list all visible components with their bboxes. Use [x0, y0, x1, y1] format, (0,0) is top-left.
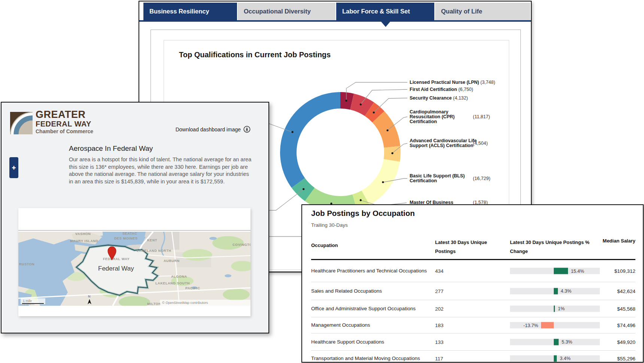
- tab-label: Occupational Diversity: [244, 8, 311, 15]
- map-label-maury-island: MAURY ISLAND: [70, 239, 98, 243]
- job-postings-title: Job Postings by Occupation: [311, 209, 415, 218]
- cell-median-salary: $74,496: [617, 323, 635, 328]
- callout-dot: [360, 103, 362, 105]
- change-bar-fill: [541, 322, 554, 329]
- change-bar: 5.3%: [510, 339, 600, 345]
- cell-change-percent: 4.3%: [561, 289, 572, 294]
- chamber-logo-icon: [10, 112, 33, 134]
- change-bar-fill: [554, 355, 557, 362]
- download-label: Download dashboard image: [176, 126, 241, 132]
- federal-way-panel: GREATER FEDERAL WAY Chamber of Commerce …: [1, 102, 269, 333]
- map-label-federal-way-big: Federal Way: [98, 265, 134, 272]
- map-label-algona: ALGONA: [171, 275, 187, 278]
- donut-callout-label: First Aid Certification (6,750): [410, 87, 473, 92]
- tab-label: Business Resiliency: [149, 8, 209, 15]
- download-dashboard-image-button[interactable]: Download dashboard image: [176, 126, 250, 133]
- donut-callout-label: CardiopulmonaryResuscitation (CPR)Certif…: [410, 110, 455, 124]
- callout-dot: [345, 100, 347, 101]
- table-row: Healthcare Support Occupations1335.3%$49…: [311, 333, 635, 351]
- tab-label: Quality of Life: [441, 8, 482, 15]
- callout-dot: [291, 131, 293, 133]
- map-label-auburn: AUBURN: [164, 259, 180, 263]
- map-label-des-moines: DES MOINES: [114, 237, 138, 240]
- donut-segment[interactable]: [362, 159, 400, 205]
- map-label-ruston: RUSTON: [19, 262, 34, 266]
- tab-label: Labor Force & Skill Set: [342, 8, 410, 15]
- cell-change-percent: 1%: [558, 306, 565, 311]
- table-row: Sales and Related Occupations2774.3%$42,…: [311, 282, 635, 300]
- section-body-text: Our area is a hotspot for this kind of t…: [69, 156, 255, 185]
- cell-postings: 277: [435, 288, 444, 294]
- donut-callout-value: (16,729): [473, 176, 490, 181]
- plus-icon: ✚: [12, 165, 16, 171]
- table-row: Management Occupations183-13.7%$74,496: [311, 317, 635, 333]
- change-bar: -13.7%: [510, 322, 600, 329]
- logo-text-federal-way: FEDERAL WAY: [36, 120, 91, 128]
- cell-occupation: Office and Administrative Support Occupa…: [311, 305, 431, 312]
- table-row: Transportation and Material Moving Occup…: [311, 351, 635, 363]
- map-label-seatac: SEATAC: [122, 232, 137, 235]
- column-header-change: Latest 30 Days Unique Postings % Change: [510, 238, 607, 256]
- map-image: VASHON MAURY ISLAND SEATAC DES MOINES KE…: [18, 232, 250, 306]
- tab-underline: [139, 20, 531, 22]
- chart-title: Top Qualifications in Current Job Postin…: [179, 51, 331, 59]
- cell-occupation: Transportation and Material Moving Occup…: [311, 355, 431, 362]
- donut-callout-label: Advanced Cardiovascular LifeSupport (ACL…: [410, 138, 477, 148]
- tab-business-resiliency[interactable]: Business Resiliency: [143, 3, 237, 20]
- change-bar: 3.4%: [510, 355, 600, 362]
- tab-occupational-diversity[interactable]: Occupational Diversity: [238, 3, 335, 20]
- map-card-divider: [18, 230, 250, 231]
- cell-median-salary: $49,920: [617, 339, 635, 345]
- expand-plus-tab[interactable]: ✚: [9, 157, 18, 178]
- callout-dot: [360, 199, 362, 201]
- map-label-pacific: PACIFIC: [185, 286, 200, 290]
- map-card: VASHON MAURY ISLAND SEATAC DES MOINES KE…: [18, 208, 250, 316]
- cell-change-percent: 3.4%: [560, 356, 571, 361]
- map-scale-label: 1 mile: [23, 299, 32, 303]
- change-bar: 1%: [510, 305, 600, 312]
- cell-occupation: Healthcare Support Occupations: [311, 338, 431, 346]
- section-heading: Aerospace In Federal Way: [69, 144, 153, 153]
- map-north-label: N: [88, 295, 91, 298]
- callout-dot: [373, 112, 375, 113]
- change-bar-fill: [554, 339, 559, 345]
- callout-dot: [391, 152, 393, 154]
- change-bar: 15.4%: [510, 268, 600, 274]
- cell-median-salary: $109,312: [614, 268, 635, 274]
- tab-quality-of-life[interactable]: Quality of Life: [435, 3, 530, 20]
- cell-postings: 133: [435, 339, 444, 345]
- donut-callout-value: (11,817): [473, 114, 490, 119]
- donut-callout-label: Basic Life Support (BLS)Certification: [410, 174, 465, 183]
- map-attribution: © OpenStreetMap contributors: [162, 301, 208, 305]
- callout-dot: [382, 181, 384, 183]
- cell-postings: 183: [435, 323, 444, 328]
- cell-change-percent: 15.4%: [571, 268, 584, 274]
- job-postings-panel: Job Postings by Occupation Trailing 30-D…: [301, 204, 644, 363]
- cell-occupation: Management Occupations: [311, 321, 431, 329]
- cell-median-salary: $55,296: [617, 356, 635, 361]
- logo-text-chamber: Chamber of Commerce: [36, 128, 93, 134]
- cell-change-percent: -13.7%: [523, 323, 538, 328]
- job-postings-subtitle: Trailing 30-Days: [311, 222, 348, 228]
- table-row: Healthcare Practitioners and Technical O…: [311, 260, 635, 282]
- cell-postings: 117: [435, 356, 443, 361]
- map-label-federal-way-small: FEDERAL WAY: [103, 257, 130, 261]
- tab-labor-force-skill-set[interactable]: Labor Force & Skill Set: [336, 3, 434, 20]
- table-header-row: Occupation Latest 30 Days Unique Posting…: [311, 237, 635, 259]
- cell-postings: 434: [435, 268, 444, 274]
- donut-segment[interactable]: [280, 92, 340, 188]
- column-header-median-salary: Median Salary: [603, 238, 635, 244]
- map-label-covington: COVINGTON: [233, 243, 250, 247]
- change-bar-fill: [554, 288, 558, 294]
- column-header-occupation: Occupation: [311, 242, 338, 248]
- map-label-lakeland-north: LAKELAND NORTH: [137, 249, 171, 253]
- active-tab-pointer-icon: [381, 22, 390, 27]
- donut-callout-label: Security Clearance (4,132): [410, 96, 468, 101]
- map-label-kent: KENT: [147, 238, 157, 242]
- map-label-lakeland-south: LAKELAND SOUTH: [155, 281, 190, 285]
- cell-median-salary: $42,624: [617, 288, 635, 294]
- callout-dot: [386, 129, 388, 131]
- change-bar: 4.3%: [510, 288, 600, 294]
- federal-way-map[interactable]: VASHON MAURY ISLAND SEATAC DES MOINES KE…: [18, 232, 250, 306]
- change-bar-fill: [554, 305, 555, 312]
